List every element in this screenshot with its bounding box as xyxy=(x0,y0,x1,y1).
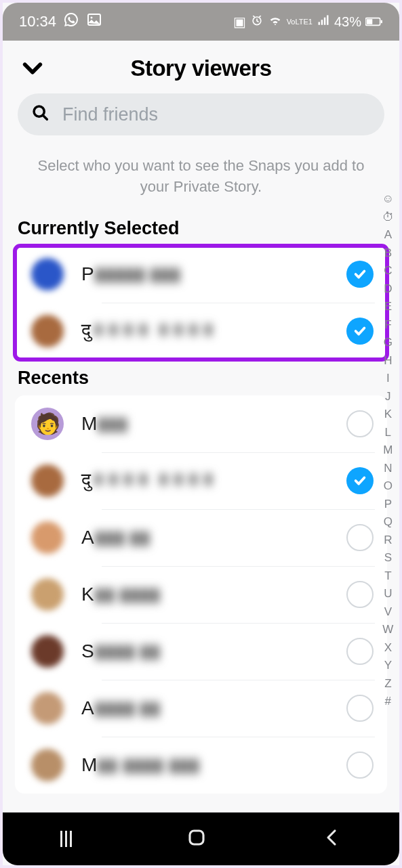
friend-row[interactable]: A▮▮▮ ▮▮ xyxy=(15,509,387,566)
close-chevron-button[interactable] xyxy=(16,57,49,80)
avatar xyxy=(31,315,64,347)
alpha-index-item[interactable]: ⏱ xyxy=(382,211,394,223)
battery-percent: 43% xyxy=(334,14,361,30)
alpha-index-item[interactable]: D xyxy=(382,282,394,295)
alpha-index-item[interactable]: Q xyxy=(382,515,394,527)
alpha-index-item[interactable]: # xyxy=(382,695,394,707)
friend-name: A▮▮▮ ▮▮ xyxy=(81,526,346,548)
friend-name: P▮▮▮▮▮ ▮▮▮ xyxy=(81,263,346,285)
avatar xyxy=(31,635,64,668)
android-nav-bar xyxy=(3,812,399,865)
alarm-icon xyxy=(250,14,264,30)
alpha-index-item[interactable]: E xyxy=(382,300,394,312)
android-status-bar: 10:34 ▣ VoLTE1 43% xyxy=(3,3,399,41)
alpha-index-item[interactable]: W xyxy=(382,623,394,635)
nav-home-button[interactable] xyxy=(186,827,207,850)
alpha-index-item[interactable]: P xyxy=(382,498,394,510)
wifi-icon xyxy=(268,13,283,31)
alpha-index-item[interactable]: J xyxy=(382,390,394,402)
alpha-index-item[interactable]: T xyxy=(382,569,394,582)
avatar xyxy=(31,692,64,724)
avatar xyxy=(31,464,64,497)
friend-row[interactable]: दु▮▮▮▮ ▮▮▮▮ xyxy=(15,303,387,360)
alpha-index-item[interactable]: V xyxy=(382,605,394,617)
friend-name: K▮▮ ▮▮▮▮ xyxy=(81,583,346,605)
checkbox-unchecked[interactable] xyxy=(346,638,374,665)
alpha-index-item[interactable]: N xyxy=(382,462,394,474)
friend-row[interactable]: दु▮▮▮▮ ▮▮▮▮ xyxy=(15,452,387,509)
avatar xyxy=(31,749,64,781)
alpha-index-item[interactable]: R xyxy=(382,534,394,546)
svg-point-1 xyxy=(91,17,93,19)
friend-name: S▮▮▮▮ ▮▮ xyxy=(81,640,346,662)
chevron-down-icon xyxy=(21,57,44,80)
battery-saver-icon: ▣ xyxy=(233,14,246,30)
alpha-index-item[interactable]: C xyxy=(382,264,394,276)
avatar xyxy=(31,258,64,290)
image-icon xyxy=(86,12,102,32)
checkbox-unchecked[interactable] xyxy=(346,695,374,722)
alpha-index-item[interactable]: I xyxy=(382,372,394,384)
svg-rect-5 xyxy=(381,20,382,22)
alpha-index-item[interactable]: U xyxy=(382,587,394,599)
svg-rect-4 xyxy=(367,19,373,24)
whatsapp-icon xyxy=(63,12,79,32)
modal-header: Story viewers xyxy=(3,41,399,93)
battery-icon xyxy=(365,14,383,30)
search-icon xyxy=(31,104,50,125)
alpha-index-item[interactable]: K xyxy=(382,408,394,420)
volte-indicator: VoLTE1 xyxy=(287,18,313,26)
friend-row[interactable]: P▮▮▮▮▮ ▮▮▮ xyxy=(15,246,387,303)
checkbox-checked[interactable] xyxy=(346,261,374,288)
alpha-index-item[interactable]: ☺ xyxy=(382,192,394,204)
alpha-index-item[interactable]: S xyxy=(382,551,394,563)
friend-name: M▮▮▮ xyxy=(81,412,346,435)
alpha-index-item[interactable]: B xyxy=(382,246,394,259)
alpha-index-item[interactable]: H xyxy=(382,354,394,366)
instruction-text: Select who you want to see the Snaps you… xyxy=(3,135,399,210)
nav-recents-button[interactable] xyxy=(60,831,72,847)
selected-list: P▮▮▮▮▮ ▮▮▮दु▮▮▮▮ ▮▮▮▮ xyxy=(15,246,387,360)
alpha-index-item[interactable]: G xyxy=(382,336,394,348)
avatar xyxy=(31,521,64,554)
friend-row[interactable]: S▮▮▮▮ ▮▮ xyxy=(15,623,387,680)
signal-icon xyxy=(317,14,330,30)
alpha-index-item[interactable]: X xyxy=(382,641,394,653)
recents-list: 🧑M▮▮▮दु▮▮▮▮ ▮▮▮▮A▮▮▮ ▮▮K▮▮ ▮▮▮▮S▮▮▮▮ ▮▮A… xyxy=(15,395,387,794)
friend-row[interactable]: K▮▮ ▮▮▮▮ xyxy=(15,566,387,623)
alpha-index-item[interactable]: L xyxy=(382,426,394,438)
alpha-index-item[interactable]: M xyxy=(382,443,394,456)
page-title: Story viewers xyxy=(130,56,271,81)
checkbox-unchecked[interactable] xyxy=(346,752,374,779)
friend-row[interactable]: 🧑M▮▮▮ xyxy=(15,395,387,452)
search-input[interactable] xyxy=(62,104,371,125)
checkbox-unchecked[interactable] xyxy=(346,524,374,551)
status-time: 10:34 xyxy=(19,13,56,30)
alphabet-index[interactable]: ☺⏱ABCDEFGHIJKLMNOPQRSTUVWXYZ# xyxy=(382,192,394,808)
alpha-index-item[interactable]: Y xyxy=(382,659,394,671)
friend-name: M▮▮ ▮▮▮▮ ▮▮▮ xyxy=(81,754,346,776)
friend-name: A▮▮▮▮ ▮▮ xyxy=(81,697,346,719)
alpha-index-item[interactable]: Z xyxy=(382,677,394,689)
checkbox-checked[interactable] xyxy=(346,318,374,345)
checkbox-checked[interactable] xyxy=(346,467,374,494)
section-title-selected: Currently Selected xyxy=(3,210,399,246)
section-title-recents: Recents xyxy=(3,360,399,395)
friend-row[interactable]: A▮▮▮▮ ▮▮ xyxy=(15,680,387,737)
friend-row[interactable]: M▮▮ ▮▮▮▮ ▮▮▮ xyxy=(15,737,387,794)
svg-rect-7 xyxy=(190,831,203,844)
avatar: 🧑 xyxy=(31,408,64,440)
search-field[interactable] xyxy=(18,93,384,135)
friend-name: दु▮▮▮▮ ▮▮▮▮ xyxy=(81,469,346,492)
alpha-index-item[interactable]: O xyxy=(382,479,394,492)
friend-name: दु▮▮▮▮ ▮▮▮▮ xyxy=(81,320,346,342)
avatar xyxy=(31,578,64,611)
checkbox-unchecked[interactable] xyxy=(346,581,374,608)
nav-back-button[interactable] xyxy=(321,827,342,850)
checkbox-unchecked[interactable] xyxy=(346,410,374,437)
alpha-index-item[interactable]: A xyxy=(382,228,394,240)
alpha-index-item[interactable]: F xyxy=(382,318,394,330)
